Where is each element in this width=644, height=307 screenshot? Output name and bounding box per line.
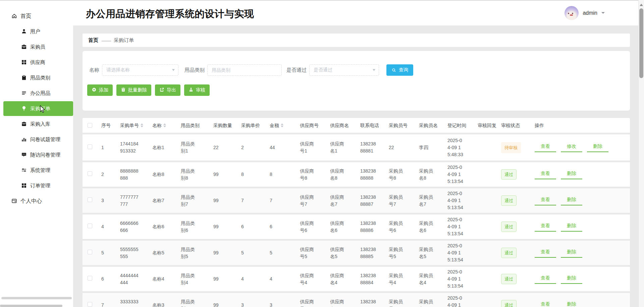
clipboard-icon: [21, 75, 27, 81]
批量删除-button[interactable]: 批量删除: [116, 84, 151, 96]
view-button[interactable]: 查看: [535, 301, 556, 307]
view-button[interactable]: 查看: [535, 248, 556, 258]
sidebar-item-个人中心[interactable]: 个人中心: [0, 194, 73, 208]
添加-button[interactable]: 添加: [87, 84, 113, 96]
sidebar-item-采购员[interactable]: 采购员: [0, 40, 73, 54]
sidebar-item-label: 采购入库: [30, 121, 50, 127]
cell-supplier_no: 供应商号5: [299, 246, 329, 260]
row-checkbox[interactable]: [88, 144, 92, 149]
sidebar-item-供应商[interactable]: 供应商: [0, 55, 73, 70]
scrollbar-thumb[interactable]: [639, 8, 643, 78]
view-button[interactable]: 查看: [535, 222, 556, 232]
chevron-down-icon: [172, 69, 175, 72]
vertical-scrollbar[interactable]: [638, 0, 644, 307]
toolbar: 添加批量删除导出审核: [87, 84, 630, 96]
breadcrumb-home[interactable]: 首页: [88, 37, 98, 44]
select-all-checkbox[interactable]: [88, 123, 92, 128]
breadcrumb-current: 采购订单: [114, 37, 134, 44]
view-button[interactable]: 查看: [535, 170, 556, 179]
bag-icon: [21, 121, 27, 127]
sidebar-item-首页[interactable]: 首页: [0, 9, 73, 23]
sidebar-item-随访问卷管理[interactable]: 随访问卷管理: [0, 147, 73, 162]
sidebar-item-用品类别[interactable]: 用品类别: [0, 70, 73, 85]
grid-icon: [21, 59, 27, 65]
cell-phone: 13823888884: [359, 272, 387, 286]
delete-button[interactable]: 删除: [561, 170, 582, 179]
cell-order_no: 3333333333: [119, 298, 151, 307]
sidebar-menu: 首页用户采购员供应商用品类别办公用品采购订单采购入库问卷试题管理随访问卷管理系统…: [0, 9, 73, 208]
cell-time: 2025-04-09 15:13:54: [446, 295, 476, 307]
cell-actions: 查看删除: [533, 222, 630, 232]
search-button[interactable]: 查询: [386, 64, 413, 76]
scroll-up-icon[interactable]: [640, 2, 643, 6]
view-button[interactable]: 查看: [535, 274, 556, 284]
edit-button[interactable]: 修改: [561, 143, 582, 152]
column-header-名称[interactable]: 名称: [151, 122, 179, 129]
row-checkbox[interactable]: [88, 224, 92, 228]
row-checkbox[interactable]: [88, 302, 92, 307]
delete-button[interactable]: 删除: [587, 143, 608, 152]
sidebar-item-label: 系统管理: [30, 167, 50, 174]
list-icon: [21, 90, 27, 96]
sidebar-item-采购入库[interactable]: 采购入库: [0, 117, 73, 131]
row-checkbox[interactable]: [88, 171, 92, 176]
sidebar-scrollbar[interactable]: [1, 297, 72, 299]
cell-phone: 13823888881: [359, 140, 387, 155]
column-header-采购单号[interactable]: 采购单号: [119, 122, 151, 129]
delete-button[interactable]: 删除: [561, 274, 582, 284]
sidebar-item-label: 订单管理: [30, 183, 50, 189]
bulb-icon: [21, 106, 27, 112]
column-header-采购数量: 采购数量: [212, 122, 240, 129]
cell-supplier_no: 供应商号3: [299, 298, 329, 307]
category-filter-label: 用品类别: [184, 67, 205, 73]
user-menu[interactable]: admin: [565, 6, 605, 20]
chevron-down-icon: [601, 12, 605, 15]
sidebar-item-订单管理[interactable]: 订单管理: [0, 178, 73, 193]
column-header-采购单价: 采购单价: [240, 122, 268, 129]
row-checkbox[interactable]: [88, 197, 92, 202]
delete-button[interactable]: 删除: [561, 222, 582, 232]
category-input[interactable]: [212, 67, 277, 73]
sidebar-item-问卷试题管理[interactable]: 问卷试题管理: [0, 132, 73, 147]
cell-name: 名称6: [151, 223, 179, 230]
cell-category: 用品类别8: [179, 168, 212, 182]
sort-carets-icon[interactable]: [163, 122, 166, 129]
row-checkbox[interactable]: [88, 276, 92, 281]
row-select-cell: [83, 171, 100, 178]
page-horizontal-scrollbar[interactable]: [0, 305, 62, 307]
sort-carets-icon[interactable]: [141, 122, 143, 129]
view-button[interactable]: 查看: [535, 196, 556, 205]
cell-supplier_name: 供应商名4: [329, 272, 359, 286]
sidebar-item-办公用品[interactable]: 办公用品: [0, 86, 73, 101]
cell-time: 2025-04-09 15:13:54: [446, 190, 476, 211]
row-checkbox[interactable]: [88, 250, 92, 254]
cell-buyer_no: 采购员号7: [387, 194, 418, 208]
name-select[interactable]: 请选择名称: [102, 64, 178, 76]
delete-button[interactable]: 删除: [561, 248, 582, 258]
cell-phone: 13823888888: [359, 168, 387, 182]
sort-carets-icon[interactable]: [281, 122, 283, 129]
view-button[interactable]: 查看: [535, 143, 556, 152]
sidebar-item-系统管理[interactable]: 系统管理: [0, 163, 73, 178]
cell-buyer_name: 采购员名8: [418, 168, 446, 182]
row-select-cell: [83, 275, 100, 283]
cell-price: 7: [240, 197, 268, 204]
cell-category: 用品类别7: [179, 194, 212, 208]
导出-button[interactable]: 导出: [155, 84, 180, 96]
cell-category: 用品类别6: [179, 220, 212, 234]
sidebar-item-label: 问卷试题管理: [30, 136, 60, 143]
审核-button[interactable]: 审核: [184, 84, 210, 96]
sidebar-item-用户[interactable]: 用户: [0, 24, 73, 39]
sidebar-item-采购订单[interactable]: 采购订单: [3, 101, 73, 116]
cell-buyer_no: 采购员号6: [387, 220, 418, 234]
cell-amount: 3: [268, 302, 299, 307]
cell-amount: 7: [268, 197, 299, 204]
page-title: 办公用品进销存管理系统的设计与实现: [86, 7, 254, 21]
pass-select[interactable]: 是否通过: [309, 64, 379, 76]
status-badge: 通过: [501, 222, 517, 232]
avatar[interactable]: [565, 6, 579, 20]
cell-price: 3: [240, 302, 268, 307]
delete-button[interactable]: 删除: [561, 196, 582, 205]
column-header-金额[interactable]: 金额: [268, 122, 299, 129]
delete-button[interactable]: 删除: [561, 301, 582, 307]
